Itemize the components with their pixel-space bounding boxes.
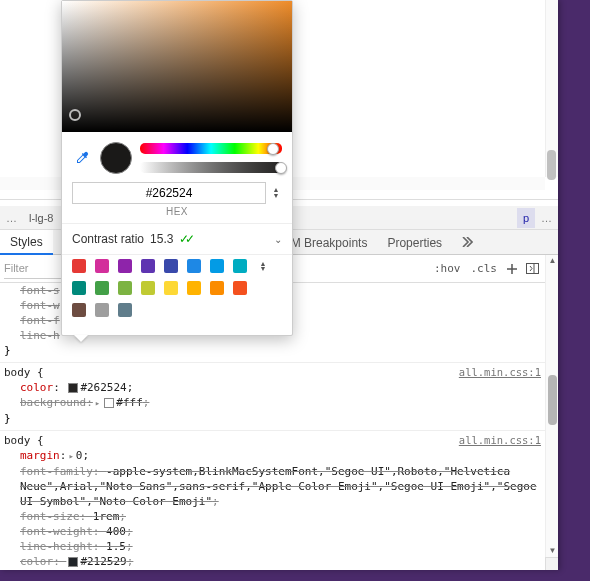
contrast-value: 15.3 <box>150 232 173 246</box>
scroll-up-icon[interactable]: ▲ <box>546 255 559 267</box>
color-swatch[interactable] <box>68 383 78 393</box>
source-link[interactable]: all.min.css:1 <box>459 365 541 380</box>
format-label: HEX <box>62 206 292 223</box>
alpha-slider[interactable] <box>140 162 282 173</box>
slider-thumb[interactable] <box>275 162 287 174</box>
hue-slider[interactable] <box>140 143 282 154</box>
css-value[interactable]: 0 <box>76 449 83 462</box>
css-value[interactable]: 400 <box>106 525 126 538</box>
palette-swatch[interactable] <box>95 259 109 273</box>
css-value[interactable]: 1.5 <box>106 540 126 553</box>
css-value[interactable]: -apple-system,BlinkMacSystemFont,"Segoe … <box>20 465 537 508</box>
spectrum-cursor[interactable] <box>69 109 81 121</box>
palette-swatch[interactable] <box>72 281 86 295</box>
scroll-down-icon[interactable]: ▼ <box>546 545 559 557</box>
palette-spinner[interactable]: ▲▼ <box>258 261 268 271</box>
css-prop[interactable]: line-height <box>20 540 93 553</box>
palette-swatch[interactable] <box>164 281 178 295</box>
css-value[interactable]: #262524 <box>80 381 126 394</box>
tab-styles[interactable]: Styles <box>0 230 53 255</box>
css-value[interactable]: #212529 <box>80 555 126 568</box>
color-swatch[interactable] <box>68 557 78 567</box>
palette-swatch[interactable] <box>233 259 247 273</box>
css-prop[interactable]: color <box>20 555 53 568</box>
palette-swatch[interactable] <box>118 281 132 295</box>
scroll-thumb[interactable] <box>547 150 556 180</box>
palette-swatch[interactable] <box>210 259 224 273</box>
palette-swatch[interactable] <box>95 281 109 295</box>
color-palette: ▲▼ <box>62 255 292 335</box>
svg-rect-1 <box>534 264 539 274</box>
palette-swatch[interactable] <box>141 281 155 295</box>
crumb-selected[interactable]: p <box>517 208 535 228</box>
eyedropper-icon[interactable] <box>72 148 92 168</box>
scroll-thumb[interactable] <box>548 375 557 425</box>
sidebar-toggle-icon[interactable] <box>523 260 541 278</box>
css-value[interactable]: 1rem <box>93 510 120 523</box>
expand-icon[interactable]: ▸ <box>68 449 73 464</box>
css-rule[interactable]: all.min.css:1 body { margin:▸0; font-fam… <box>0 431 545 570</box>
palette-swatch[interactable] <box>233 281 247 295</box>
contrast-label: Contrast ratio <box>72 232 144 246</box>
cls-toggle[interactable]: .cls <box>467 260 502 277</box>
hex-input[interactable] <box>72 182 266 204</box>
css-prop[interactable]: font-s <box>20 284 60 297</box>
css-prop[interactable]: font-w <box>20 299 60 312</box>
current-color-swatch <box>100 142 132 174</box>
css-rule[interactable]: all.min.css:1 body { color: #262524; bac… <box>0 363 545 431</box>
expand-icon[interactable]: ▸ <box>95 396 100 411</box>
palette-swatch[interactable] <box>187 259 201 273</box>
chevron-down-icon[interactable]: ⌄ <box>274 234 282 245</box>
css-prop[interactable]: line-h <box>20 329 60 342</box>
palette-swatch[interactable] <box>72 303 86 317</box>
format-spinner[interactable]: ▲▼ <box>270 187 282 199</box>
css-prop[interactable]: font-size <box>20 510 80 523</box>
crumb[interactable]: l-lg-8 <box>23 208 59 228</box>
palette-swatch[interactable] <box>141 259 155 273</box>
tabs-overflow-icon[interactable] <box>458 233 476 251</box>
hov-toggle[interactable]: :hov <box>430 260 465 277</box>
css-prop[interactable]: font-weight <box>20 525 93 538</box>
css-prop[interactable]: font-family <box>20 465 93 478</box>
palette-swatch[interactable] <box>118 259 132 273</box>
css-prop[interactable]: color <box>20 381 53 394</box>
palette-swatch[interactable] <box>95 303 109 317</box>
css-value[interactable]: #fff <box>116 396 143 409</box>
tab-properties[interactable]: Properties <box>377 231 452 254</box>
resize-corner[interactable] <box>545 557 558 570</box>
palette-swatch[interactable] <box>118 303 132 317</box>
scrollbar-vertical[interactable]: ▲ ▼ <box>545 255 558 557</box>
popover-arrow <box>74 335 88 342</box>
new-rule-button[interactable] <box>503 260 521 278</box>
crumb-overflow-left[interactable]: … <box>0 212 23 224</box>
scrollbar-vertical[interactable] <box>545 0 558 177</box>
palette-swatch[interactable] <box>210 281 224 295</box>
spectrum-field[interactable] <box>62 1 292 132</box>
contrast-pass-icon: ✓✓ <box>179 232 191 246</box>
color-picker: ▲▼ HEX Contrast ratio 15.3 ✓✓ ⌄ ▲▼ <box>61 0 293 336</box>
css-prop[interactable]: margin <box>20 449 60 462</box>
palette-swatch[interactable] <box>187 281 201 295</box>
palette-swatch[interactable] <box>72 259 86 273</box>
slider-thumb[interactable] <box>267 143 279 155</box>
crumb-overflow-right[interactable]: … <box>535 212 558 224</box>
source-link[interactable]: all.min.css:1 <box>459 433 541 448</box>
css-prop[interactable]: background <box>20 396 86 409</box>
contrast-row[interactable]: Contrast ratio 15.3 ✓✓ ⌄ <box>62 224 292 254</box>
css-prop[interactable]: font-f <box>20 314 60 327</box>
palette-swatch[interactable] <box>164 259 178 273</box>
color-swatch[interactable] <box>104 398 114 408</box>
